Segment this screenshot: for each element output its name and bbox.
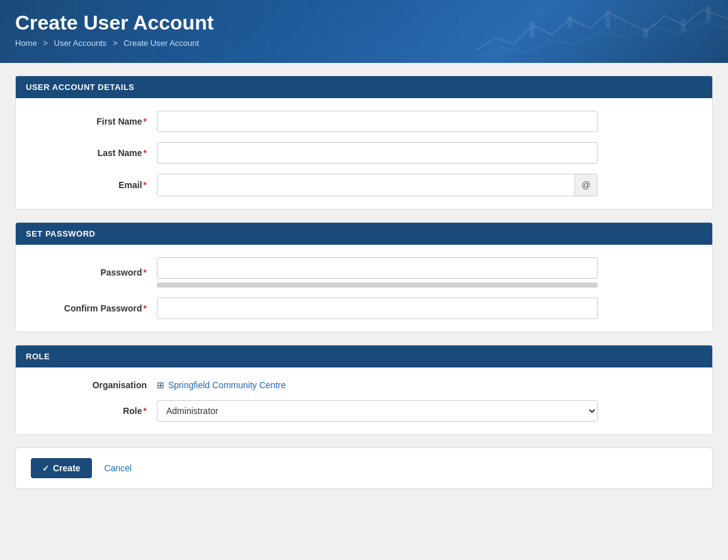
set-password-body: Password* Confirm Password* — [16, 245, 712, 332]
first-name-input[interactable] — [157, 111, 598, 132]
email-required: * — [144, 180, 147, 190]
role-control: Administrator Manager User Read Only — [157, 400, 598, 422]
password-label: Password* — [31, 267, 157, 277]
last-name-input[interactable] — [157, 142, 598, 164]
first-name-row: First Name* — [31, 111, 697, 132]
email-at-button[interactable]: @ — [574, 174, 597, 196]
organisation-link[interactable]: Springfield Community Centre — [168, 380, 286, 390]
organisation-label: Organisation — [31, 380, 157, 390]
breadcrumb-separator-2: > — [113, 38, 118, 48]
breadcrumb-current: Create User Account — [123, 38, 199, 48]
organisation-value-row: ⊞ Springfield Community Centre — [157, 380, 598, 390]
first-name-control — [157, 111, 598, 132]
main-content: USER ACCOUNT DETAILS First Name* Last Na… — [0, 63, 728, 514]
grid-icon: ⊞ — [157, 380, 164, 390]
confirm-password-required: * — [144, 303, 147, 313]
role-required: * — [144, 406, 147, 416]
check-icon: ✓ — [42, 464, 49, 473]
password-control — [157, 257, 598, 288]
role-section: ROLE Organisation ⊞ Springfield Communit… — [15, 345, 713, 435]
email-label: Email* — [31, 180, 157, 190]
confirm-password-label: Confirm Password* — [31, 303, 157, 313]
confirm-password-input[interactable] — [157, 298, 598, 319]
email-input[interactable] — [157, 174, 574, 196]
email-row: Email* @ — [31, 174, 697, 196]
create-button[interactable]: ✓ Create — [31, 458, 92, 478]
last-name-label: Last Name* — [31, 148, 157, 158]
cancel-button[interactable]: Cancel — [102, 458, 135, 478]
email-control: @ — [157, 174, 598, 196]
password-strength-bar — [157, 283, 598, 288]
password-input[interactable] — [157, 257, 598, 279]
role-row: Role* Administrator Manager User Read On… — [31, 400, 697, 422]
breadcrumb-home[interactable]: Home — [15, 38, 37, 48]
breadcrumb: Home > User Accounts > Create User Accou… — [15, 38, 713, 48]
organisation-row: Organisation ⊞ Springfield Community Cen… — [31, 380, 697, 390]
confirm-password-control — [157, 298, 598, 319]
set-password-header: SET PASSWORD — [16, 223, 712, 245]
page-header: Create User Account Home > User Accounts… — [0, 0, 728, 63]
action-bar: ✓ Create Cancel — [15, 447, 713, 489]
set-password-section: SET PASSWORD Password* Confirm Password* — [15, 222, 713, 332]
role-body: Organisation ⊞ Springfield Community Cen… — [16, 367, 712, 434]
password-required: * — [144, 267, 147, 277]
organisation-control: ⊞ Springfield Community Centre — [157, 380, 598, 390]
account-details-body: First Name* Last Name* Email* — [16, 98, 712, 209]
email-input-wrapper: @ — [157, 174, 598, 196]
first-name-required: * — [144, 116, 147, 126]
last-name-control — [157, 142, 598, 164]
breadcrumb-separator-1: > — [43, 38, 48, 48]
confirm-password-row: Confirm Password* — [31, 298, 697, 319]
account-details-header: USER ACCOUNT DETAILS — [16, 76, 712, 98]
breadcrumb-user-accounts[interactable]: User Accounts — [54, 38, 107, 48]
role-header: ROLE — [16, 345, 712, 367]
first-name-label: First Name* — [31, 116, 157, 126]
last-name-required: * — [144, 148, 147, 158]
password-row: Password* — [31, 257, 697, 288]
role-select[interactable]: Administrator Manager User Read Only — [157, 400, 598, 422]
create-button-label: Create — [53, 463, 81, 473]
role-label: Role* — [31, 406, 157, 416]
last-name-row: Last Name* — [31, 142, 697, 164]
page-title: Create User Account — [15, 11, 713, 35]
account-details-section: USER ACCOUNT DETAILS First Name* Last Na… — [15, 76, 713, 210]
